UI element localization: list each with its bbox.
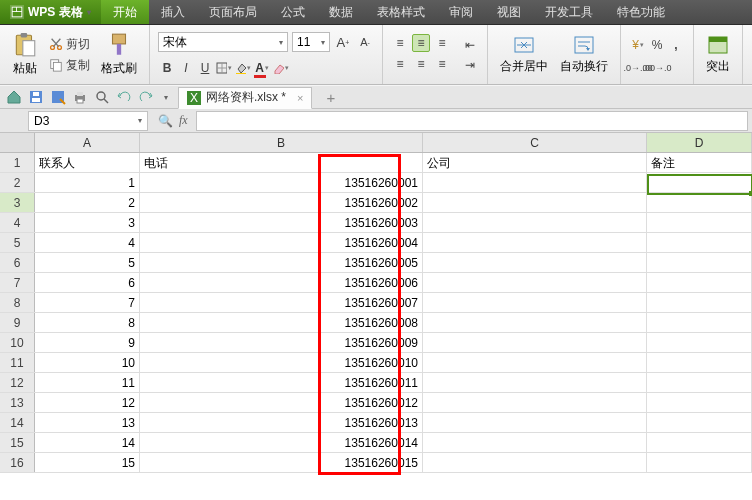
cell[interactable]: 1 — [35, 173, 140, 192]
bold-button[interactable]: B — [158, 59, 176, 77]
cell[interactable] — [647, 413, 752, 432]
paste-button[interactable]: 粘贴 — [8, 30, 42, 79]
cell[interactable] — [423, 253, 647, 272]
font-size-select[interactable]: 11▾ — [292, 32, 330, 52]
percent-button[interactable]: % — [648, 36, 666, 54]
cell[interactable] — [423, 333, 647, 352]
clear-format-button[interactable] — [272, 59, 290, 77]
tab-8[interactable]: 开发工具 — [533, 0, 605, 24]
row-header[interactable]: 3 — [0, 193, 35, 212]
cell[interactable] — [423, 413, 647, 432]
row-header[interactable]: 11 — [0, 353, 35, 372]
row-header[interactable]: 16 — [0, 453, 35, 472]
cell[interactable] — [423, 433, 647, 452]
tab-9[interactable]: 特色功能 — [605, 0, 677, 24]
merge-center-button[interactable]: 合并居中 — [496, 34, 552, 75]
cell[interactable] — [647, 173, 752, 192]
cell[interactable] — [423, 293, 647, 312]
align-top-left[interactable]: ≡ — [391, 34, 409, 52]
cut-button[interactable]: 剪切 — [46, 35, 93, 54]
app-badge[interactable]: WPS 表格 ▾ — [0, 0, 101, 24]
cell[interactable]: 15 — [35, 453, 140, 472]
cell[interactable]: 12 — [35, 393, 140, 412]
border-button[interactable] — [215, 59, 233, 77]
cell[interactable] — [647, 433, 752, 452]
tab-1[interactable]: 插入 — [149, 0, 197, 24]
cell[interactable]: 3 — [35, 213, 140, 232]
fx-label[interactable]: fx — [179, 113, 188, 128]
cell[interactable]: 13516260004 — [140, 233, 423, 252]
font-color-button[interactable]: A — [253, 59, 271, 77]
tab-0[interactable]: 开始 — [101, 0, 149, 24]
tab-4[interactable]: 数据 — [317, 0, 365, 24]
wrap-text-button[interactable]: 自动换行 — [556, 34, 612, 75]
decrease-indent-button[interactable]: ⇤ — [461, 36, 479, 54]
cell[interactable] — [423, 173, 647, 192]
cell[interactable] — [647, 313, 752, 332]
cell[interactable] — [423, 313, 647, 332]
cell[interactable] — [647, 233, 752, 252]
cell[interactable]: 13516260015 — [140, 453, 423, 472]
tab-3[interactable]: 公式 — [269, 0, 317, 24]
cell[interactable] — [423, 233, 647, 252]
cell[interactable]: 5 — [35, 253, 140, 272]
fill-color-button[interactable] — [234, 59, 252, 77]
cell[interactable]: 公司 — [423, 153, 647, 172]
cell[interactable] — [423, 273, 647, 292]
row-header[interactable]: 9 — [0, 313, 35, 332]
row-header[interactable]: 6 — [0, 253, 35, 272]
row-header[interactable]: 15 — [0, 433, 35, 452]
cell[interactable]: 电话 — [140, 153, 423, 172]
font-name-select[interactable]: 宋体▾ — [158, 32, 288, 52]
format-painter-button[interactable]: 格式刷 — [97, 30, 141, 79]
row-header[interactable]: 5 — [0, 233, 35, 252]
cell[interactable]: 7 — [35, 293, 140, 312]
cell[interactable] — [647, 393, 752, 412]
cell[interactable] — [647, 353, 752, 372]
cell[interactable]: 联系人 — [35, 153, 140, 172]
comma-button[interactable]: , — [667, 36, 685, 54]
cell[interactable]: 备注 — [647, 153, 752, 172]
document-tab[interactable]: X 网络资料.xlsx * × — [178, 87, 312, 109]
col-header-D[interactable]: D — [647, 133, 752, 152]
col-header-A[interactable]: A — [35, 133, 140, 152]
cell[interactable]: 4 — [35, 233, 140, 252]
row-header[interactable]: 10 — [0, 333, 35, 352]
cell[interactable] — [647, 193, 752, 212]
tab-5[interactable]: 表格样式 — [365, 0, 437, 24]
export-button[interactable]: 突出 — [702, 34, 734, 75]
row-header[interactable]: 12 — [0, 373, 35, 392]
cell[interactable] — [647, 273, 752, 292]
cell[interactable]: 9 — [35, 333, 140, 352]
cell[interactable]: 13516260008 — [140, 313, 423, 332]
cell[interactable]: 13516260010 — [140, 353, 423, 372]
decrease-decimal-button[interactable]: .00→.0 — [648, 59, 666, 77]
cell[interactable] — [647, 293, 752, 312]
align-left[interactable]: ≡ — [391, 55, 409, 73]
align-right[interactable]: ≡ — [433, 55, 451, 73]
cell[interactable]: 13516260002 — [140, 193, 423, 212]
home-icon[interactable] — [6, 89, 22, 105]
cell[interactable] — [423, 193, 647, 212]
close-tab-button[interactable]: × — [297, 92, 303, 104]
row-header[interactable]: 8 — [0, 293, 35, 312]
cell[interactable]: 13 — [35, 413, 140, 432]
cell[interactable] — [423, 373, 647, 392]
new-tab-button[interactable]: + — [326, 89, 335, 106]
tab-6[interactable]: 审阅 — [437, 0, 485, 24]
undo-icon[interactable] — [116, 89, 132, 105]
cell[interactable]: 13516260006 — [140, 273, 423, 292]
cell[interactable]: 13516260012 — [140, 393, 423, 412]
cell[interactable]: 14 — [35, 433, 140, 452]
row-header[interactable]: 2 — [0, 173, 35, 192]
align-top-right[interactable]: ≡ — [433, 34, 451, 52]
row-header[interactable]: 7 — [0, 273, 35, 292]
cell[interactable] — [423, 393, 647, 412]
cell[interactable]: 11 — [35, 373, 140, 392]
copy-button[interactable]: 复制 — [46, 56, 93, 75]
currency-button[interactable]: ¥ — [629, 36, 647, 54]
cell[interactable] — [647, 373, 752, 392]
cell[interactable]: 13516260003 — [140, 213, 423, 232]
row-header[interactable]: 4 — [0, 213, 35, 232]
cell[interactable] — [647, 333, 752, 352]
